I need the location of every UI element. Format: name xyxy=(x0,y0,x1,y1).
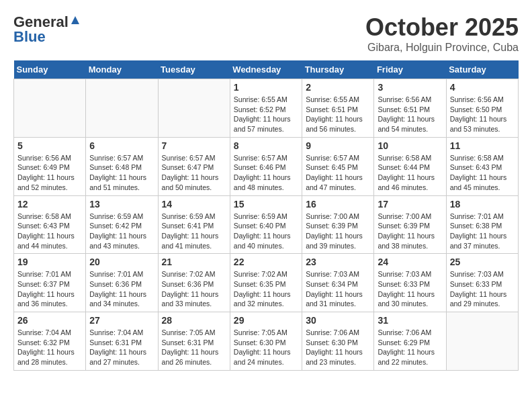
calendar-cell: 14Sunrise: 6:59 AMSunset: 6:41 PMDayligh… xyxy=(158,195,230,254)
day-number: 10 xyxy=(378,140,442,151)
calendar-cell: 13Sunrise: 6:59 AMSunset: 6:42 PMDayligh… xyxy=(86,195,158,254)
calendar-cell: 16Sunrise: 7:00 AMSunset: 6:39 PMDayligh… xyxy=(302,195,374,254)
day-number: 29 xyxy=(234,315,298,326)
day-number: 28 xyxy=(162,315,226,326)
calendar-cell: 31Sunrise: 7:06 AMSunset: 6:29 PMDayligh… xyxy=(374,312,446,371)
day-header-wednesday: Wednesday xyxy=(230,60,302,79)
calendar-cell: 7Sunrise: 6:57 AMSunset: 6:47 PMDaylight… xyxy=(158,137,230,195)
day-info: Sunrise: 6:56 AMSunset: 6:49 PMDaylight:… xyxy=(17,153,82,193)
day-info: Sunrise: 7:00 AMSunset: 6:39 PMDaylight:… xyxy=(378,212,442,251)
day-number: 1 xyxy=(234,82,298,93)
day-header-sunday: Sunday xyxy=(14,60,86,79)
day-info: Sunrise: 6:56 AMSunset: 6:51 PMDaylight:… xyxy=(378,95,442,134)
day-number: 5 xyxy=(17,140,82,151)
calendar-cell: 11Sunrise: 6:58 AMSunset: 6:43 PMDayligh… xyxy=(446,137,518,195)
day-info: Sunrise: 7:04 AMSunset: 6:31 PMDaylight:… xyxy=(89,328,154,367)
day-number: 7 xyxy=(162,140,226,151)
day-info: Sunrise: 7:01 AMSunset: 6:37 PMDaylight:… xyxy=(17,269,82,309)
day-info: Sunrise: 7:00 AMSunset: 6:39 PMDaylight:… xyxy=(306,212,370,251)
day-number: 27 xyxy=(89,315,154,326)
calendar-cell xyxy=(158,79,230,138)
calendar-cell: 20Sunrise: 7:01 AMSunset: 6:36 PMDayligh… xyxy=(86,254,158,312)
week-row-2: 5Sunrise: 6:56 AMSunset: 6:49 PMDaylight… xyxy=(14,137,519,195)
day-header-thursday: Thursday xyxy=(302,60,374,79)
calendar-cell: 29Sunrise: 7:05 AMSunset: 6:30 PMDayligh… xyxy=(230,312,302,371)
calendar-cell: 15Sunrise: 6:59 AMSunset: 6:40 PMDayligh… xyxy=(230,195,302,254)
day-number: 20 xyxy=(89,257,154,267)
day-number: 25 xyxy=(450,257,515,267)
day-info: Sunrise: 7:03 AMSunset: 6:33 PMDaylight:… xyxy=(450,269,515,309)
day-info: Sunrise: 6:55 AMSunset: 6:52 PMDaylight:… xyxy=(234,95,298,134)
day-info: Sunrise: 6:56 AMSunset: 6:50 PMDaylight:… xyxy=(450,95,515,134)
day-number: 15 xyxy=(234,199,298,210)
calendar-cell: 10Sunrise: 6:58 AMSunset: 6:44 PMDayligh… xyxy=(374,137,446,195)
week-row-4: 19Sunrise: 7:01 AMSunset: 6:37 PMDayligh… xyxy=(14,254,519,312)
day-info: Sunrise: 6:57 AMSunset: 6:47 PMDaylight:… xyxy=(162,153,226,193)
day-number: 26 xyxy=(17,315,82,326)
calendar-cell: 21Sunrise: 7:02 AMSunset: 6:36 PMDayligh… xyxy=(158,254,230,312)
logo-triangle-icon xyxy=(70,15,81,28)
day-number: 2 xyxy=(306,82,370,93)
calendar-cell: 12Sunrise: 6:58 AMSunset: 6:43 PMDayligh… xyxy=(14,195,86,254)
week-row-3: 12Sunrise: 6:58 AMSunset: 6:43 PMDayligh… xyxy=(14,195,519,254)
calendar-cell: 27Sunrise: 7:04 AMSunset: 6:31 PMDayligh… xyxy=(86,312,158,371)
day-info: Sunrise: 6:57 AMSunset: 6:48 PMDaylight:… xyxy=(89,153,154,193)
day-number: 3 xyxy=(378,82,442,93)
calendar-cell xyxy=(446,312,518,371)
header-row: SundayMondayTuesdayWednesdayThursdayFrid… xyxy=(14,60,519,79)
day-number: 8 xyxy=(234,140,298,151)
day-number: 31 xyxy=(378,315,442,326)
calendar-cell xyxy=(86,79,158,138)
day-info: Sunrise: 6:58 AMSunset: 6:43 PMDaylight:… xyxy=(17,212,82,251)
day-info: Sunrise: 6:58 AMSunset: 6:43 PMDaylight:… xyxy=(450,153,515,193)
day-number: 22 xyxy=(234,257,298,267)
day-number: 18 xyxy=(450,199,515,210)
day-number: 17 xyxy=(378,199,442,210)
calendar-cell: 19Sunrise: 7:01 AMSunset: 6:37 PMDayligh… xyxy=(14,254,86,312)
page-header: General Blue October 2025 Gibara, Holgui… xyxy=(13,13,519,54)
calendar-cell: 28Sunrise: 7:05 AMSunset: 6:31 PMDayligh… xyxy=(158,312,230,371)
calendar-cell: 26Sunrise: 7:04 AMSunset: 6:32 PMDayligh… xyxy=(14,312,86,371)
day-info: Sunrise: 7:05 AMSunset: 6:30 PMDaylight:… xyxy=(234,328,298,367)
day-number: 19 xyxy=(17,257,82,267)
day-info: Sunrise: 7:06 AMSunset: 6:29 PMDaylight:… xyxy=(378,328,442,367)
calendar-cell: 23Sunrise: 7:03 AMSunset: 6:34 PMDayligh… xyxy=(302,254,374,312)
calendar-cell: 30Sunrise: 7:06 AMSunset: 6:30 PMDayligh… xyxy=(302,312,374,371)
day-number: 9 xyxy=(306,140,370,151)
day-info: Sunrise: 7:05 AMSunset: 6:31 PMDaylight:… xyxy=(162,328,226,367)
location-title: Gibara, Holguin Province, Cuba xyxy=(365,42,519,54)
day-number: 12 xyxy=(17,199,82,210)
day-info: Sunrise: 6:58 AMSunset: 6:44 PMDaylight:… xyxy=(378,153,442,193)
day-info: Sunrise: 6:59 AMSunset: 6:41 PMDaylight:… xyxy=(162,212,226,251)
day-number: 23 xyxy=(306,257,370,267)
week-row-5: 26Sunrise: 7:04 AMSunset: 6:32 PMDayligh… xyxy=(14,312,519,371)
logo-blue-text: Blue xyxy=(13,28,46,46)
day-number: 24 xyxy=(378,257,442,267)
day-header-friday: Friday xyxy=(374,60,446,79)
day-info: Sunrise: 7:02 AMSunset: 6:35 PMDaylight:… xyxy=(234,269,298,309)
day-number: 21 xyxy=(162,257,226,267)
day-info: Sunrise: 7:02 AMSunset: 6:36 PMDaylight:… xyxy=(162,269,226,309)
calendar-cell xyxy=(14,79,86,138)
day-header-saturday: Saturday xyxy=(446,60,518,79)
calendar-cell: 5Sunrise: 6:56 AMSunset: 6:49 PMDaylight… xyxy=(14,137,86,195)
day-number: 14 xyxy=(162,199,226,210)
day-info: Sunrise: 7:01 AMSunset: 6:38 PMDaylight:… xyxy=(450,212,515,251)
calendar-cell: 22Sunrise: 7:02 AMSunset: 6:35 PMDayligh… xyxy=(230,254,302,312)
day-info: Sunrise: 6:59 AMSunset: 6:42 PMDaylight:… xyxy=(89,212,154,251)
title-section: October 2025 Gibara, Holguin Province, C… xyxy=(365,13,519,54)
calendar-cell: 18Sunrise: 7:01 AMSunset: 6:38 PMDayligh… xyxy=(446,195,518,254)
day-number: 30 xyxy=(306,315,370,326)
day-number: 13 xyxy=(89,199,154,210)
day-header-tuesday: Tuesday xyxy=(158,60,230,79)
day-info: Sunrise: 6:55 AMSunset: 6:51 PMDaylight:… xyxy=(306,95,370,134)
logo: General Blue xyxy=(13,13,81,46)
calendar-cell: 4Sunrise: 6:56 AMSunset: 6:50 PMDaylight… xyxy=(446,79,518,138)
calendar-cell: 9Sunrise: 6:57 AMSunset: 6:45 PMDaylight… xyxy=(302,137,374,195)
calendar-cell: 8Sunrise: 6:57 AMSunset: 6:46 PMDaylight… xyxy=(230,137,302,195)
calendar-cell: 2Sunrise: 6:55 AMSunset: 6:51 PMDaylight… xyxy=(302,79,374,138)
day-info: Sunrise: 7:03 AMSunset: 6:33 PMDaylight:… xyxy=(378,269,442,309)
month-title: October 2025 xyxy=(365,13,519,42)
week-row-1: 1Sunrise: 6:55 AMSunset: 6:52 PMDaylight… xyxy=(14,79,519,138)
day-number: 4 xyxy=(450,82,515,93)
